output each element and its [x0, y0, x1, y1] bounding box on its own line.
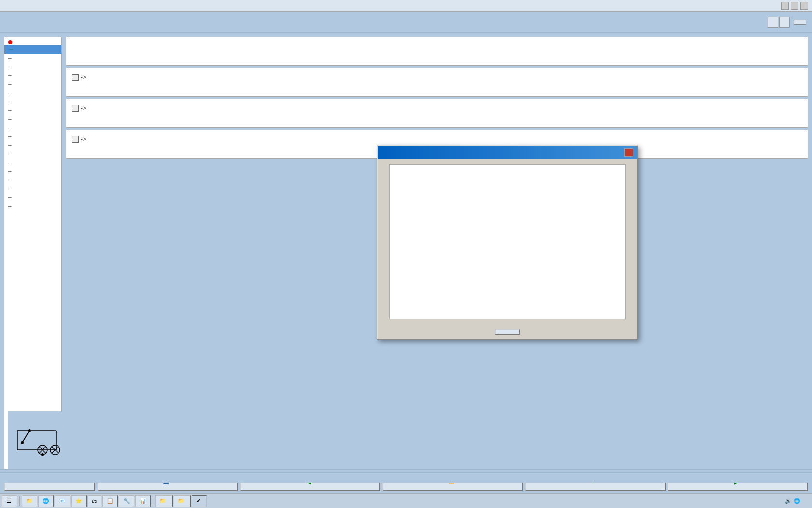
media-dialog-close-button[interactable]: [624, 148, 633, 157]
sidebar-dash-icon: –: [8, 194, 12, 201]
taskbar-icon-7[interactable]: 🔧: [119, 495, 134, 507]
sidebar-item-16[interactable]: –: [4, 167, 61, 176]
title-bar: [0, 0, 812, 12]
schrift-plus-button[interactable]: [779, 17, 790, 28]
taskbar-images-btn[interactable]: 📁: [155, 495, 173, 507]
images-icon: 📁: [160, 498, 166, 504]
taskbar-icon-5[interactable]: 🗂: [87, 495, 102, 507]
schliessen-button[interactable]: [495, 329, 520, 335]
sidebar-item-07[interactable]: –: [4, 89, 61, 97]
preview-area: [8, 411, 66, 469]
sidebar-item-17[interactable]: –: [4, 176, 61, 184]
sidebar-dash-icon: –: [8, 203, 12, 209]
question-4-row: ->: [72, 135, 802, 143]
speaker-icon: 🔊: [785, 498, 792, 504]
media-dialog-content: [378, 159, 637, 325]
sidebar-item-18[interactable]: –: [4, 184, 61, 193]
preview-circuit-svg: [13, 416, 61, 464]
taskbar-icon-8[interactable]: 📊: [135, 495, 151, 507]
sidebar-dash-icon: –: [8, 168, 12, 175]
header-bar: [0, 12, 812, 33]
sidebar-item-10[interactable]: –: [4, 115, 61, 123]
sidebar-dash-icon: –: [8, 107, 12, 114]
media-dialog-titlebar: [378, 146, 637, 159]
sidebar-dash-icon: –: [8, 133, 12, 140]
question-3-box: ->: [66, 99, 808, 128]
sidebar-arrow-icon: →: [8, 46, 14, 53]
sidebar-dash-icon: –: [8, 185, 12, 192]
sidebar-dash-icon: –: [8, 150, 12, 157]
sidebar-item-01[interactable]: [4, 39, 61, 45]
question-4-checkbox-area: ->: [72, 135, 86, 143]
media-dialog: [377, 145, 638, 340]
sidebar-item-03[interactable]: –: [4, 54, 61, 62]
question-2-arrow-icon: ->: [81, 74, 86, 81]
sidebar-dash-icon: –: [8, 55, 12, 61]
question-2-row: ->: [72, 73, 802, 81]
question-3-checkbox[interactable]: [72, 105, 79, 112]
sidebar-item-08[interactable]: –: [4, 97, 61, 106]
sidebar-item-11[interactable]: –: [4, 123, 61, 132]
svg-line-4: [22, 431, 29, 443]
taskbar-icon-6[interactable]: 📋: [102, 495, 118, 507]
svg-point-6: [28, 429, 31, 432]
minimize-button[interactable]: [781, 2, 789, 10]
sidebar-item-02[interactable]: →: [4, 45, 61, 54]
question-1-box: [66, 37, 808, 66]
question-2-checkbox-area: ->: [72, 73, 86, 81]
network-icon: 🌐: [794, 498, 800, 504]
svg-point-13: [41, 453, 44, 456]
question-3-arrow-icon: ->: [81, 105, 86, 112]
question-4-arrow-icon: ->: [81, 136, 86, 143]
sidebar-dash-icon: –: [8, 159, 12, 166]
sidebar-item-20[interactable]: –: [4, 202, 61, 210]
sidebar-dash-icon: –: [8, 142, 12, 149]
sidebar-dash-icon: –: [8, 124, 12, 131]
taskbar-right: 🔊 🌐: [785, 498, 810, 504]
sidebar-item-14[interactable]: –: [4, 149, 61, 158]
question-3-row: ->: [72, 104, 802, 112]
question-2-box: ->: [66, 68, 808, 97]
taskbar-icon-1[interactable]: 📁: [22, 495, 37, 507]
tests-icon: 📁: [178, 498, 185, 504]
taskbar-icon-3[interactable]: 📧: [55, 495, 70, 507]
sidebar-item-19[interactable]: –: [4, 193, 61, 202]
question-2-checkbox[interactable]: [72, 74, 79, 81]
schrift-controls: [768, 17, 790, 28]
sidebar-item-04[interactable]: –: [4, 62, 61, 71]
question-3-checkbox-area: ->: [72, 104, 86, 112]
menu-icon: ☰: [6, 498, 11, 504]
menu-button[interactable]: ☰: [2, 495, 17, 507]
circuit-diagram-canvas: [389, 164, 626, 319]
sidebar-item-13[interactable]: –: [4, 141, 61, 149]
sidebar-dash-icon: –: [8, 90, 12, 96]
media-dialog-footer: [378, 325, 637, 339]
sidebar-item-12[interactable]: –: [4, 132, 61, 141]
sidebar-dash-icon: –: [8, 81, 12, 88]
sidebar-item-15[interactable]: –: [4, 158, 61, 167]
taskbar: ☰ 📁 🌐 📧 ⭐ 🗂 📋 🔧 📊 📁 📁 ✔ 🔊 🌐: [0, 493, 812, 508]
sidebar-dash-icon: –: [8, 98, 12, 105]
sidebar-dash-icon: –: [8, 63, 12, 70]
maximize-button[interactable]: [791, 2, 798, 10]
testtool-icon: ✔: [196, 498, 201, 504]
taskbar-icon-4[interactable]: ⭐: [71, 495, 87, 507]
sidebar-dash-icon: –: [8, 116, 12, 122]
window-controls: [781, 0, 808, 11]
sidebar-dash-icon: –: [8, 72, 12, 79]
svg-point-5: [21, 441, 24, 444]
sidebar-dash-icon: –: [8, 177, 12, 183]
question-4-checkbox[interactable]: [72, 136, 79, 143]
testende-button[interactable]: [794, 20, 806, 25]
taskbar-tests-btn[interactable]: 📁: [174, 495, 191, 507]
taskbar-testtool-btn[interactable]: ✔: [192, 495, 207, 507]
sidebar: → – – – – – – –: [4, 37, 62, 469]
status-bar: [0, 472, 812, 483]
taskbar-icon-2[interactable]: 🌐: [38, 495, 54, 507]
schrift-minus-button[interactable]: [768, 17, 778, 28]
sidebar-item-09[interactable]: –: [4, 106, 61, 115]
close-button[interactable]: [800, 2, 808, 10]
sidebar-dot-icon: [8, 40, 12, 44]
sidebar-item-06[interactable]: –: [4, 80, 61, 89]
sidebar-item-05[interactable]: –: [4, 71, 61, 80]
